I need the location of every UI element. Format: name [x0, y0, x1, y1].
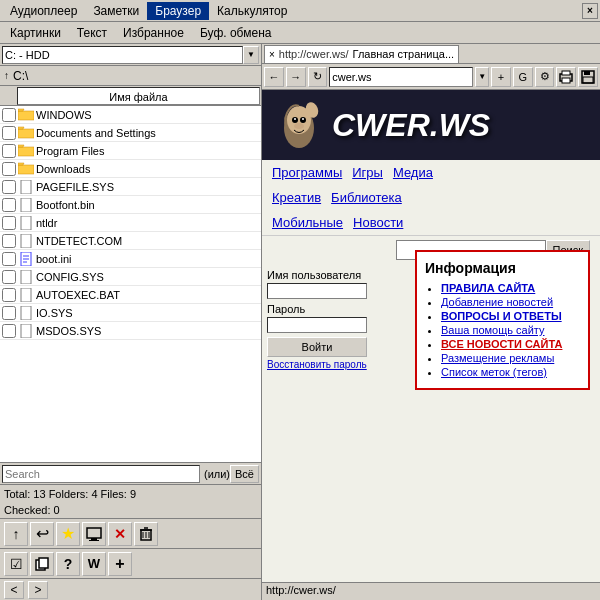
- list-item[interactable]: WINDOWS: [0, 106, 261, 124]
- menu-item-text[interactable]: Текст: [69, 24, 115, 42]
- close-button[interactable]: ×: [582, 3, 598, 19]
- password-input[interactable]: [267, 317, 367, 333]
- toolbar-trash-button[interactable]: [134, 522, 158, 546]
- cwer-logo-character: [272, 98, 327, 153]
- list-item[interactable]: MSDOS.SYS: [0, 322, 261, 340]
- menu-item-pictures[interactable]: Картинки: [2, 24, 69, 42]
- browser-forward-button[interactable]: →: [286, 67, 306, 87]
- toolbar-pc-button[interactable]: [82, 522, 106, 546]
- svg-rect-3: [21, 234, 31, 248]
- file-checkbox[interactable]: [2, 144, 16, 158]
- file-checkbox[interactable]: [2, 270, 16, 284]
- toolbar-add-button[interactable]: +: [108, 552, 132, 576]
- search-all-button[interactable]: Всё: [230, 465, 259, 483]
- file-name: Downloads: [36, 163, 259, 175]
- browser-save-button[interactable]: [578, 67, 598, 87]
- list-item[interactable]: NTDETECT.COM: [0, 232, 261, 250]
- list-item[interactable]: PAGEFILE.SYS: [0, 178, 261, 196]
- info-link-rules[interactable]: ПРАВИЛА САЙТА: [441, 282, 535, 294]
- file-checkbox[interactable]: [2, 252, 16, 266]
- file-checkbox[interactable]: [2, 216, 16, 230]
- cwer-nav-programs[interactable]: Программы: [272, 165, 342, 180]
- browser-tab[interactable]: × http://cwer.ws/ Главная страница...: [264, 45, 459, 63]
- browser-settings-button[interactable]: ⚙: [535, 67, 555, 87]
- list-item[interactable]: Bootfont.bin: [0, 196, 261, 214]
- file-checkbox[interactable]: [2, 324, 16, 338]
- list-item[interactable]: Program Files: [0, 142, 261, 160]
- toolbar-check-button[interactable]: ☑: [4, 552, 28, 576]
- login-button[interactable]: Войти: [267, 337, 367, 357]
- list-item[interactable]: boot.ini: [0, 250, 261, 268]
- path-up-icon: ↑: [4, 70, 9, 81]
- list-item[interactable]: Downloads: [0, 160, 261, 178]
- file-icon: [18, 252, 34, 266]
- info-link-qa[interactable]: ВОПРОСЫ И ОТВЕТЫ: [441, 310, 562, 322]
- file-icon: [18, 180, 34, 194]
- toolbar-star-button[interactable]: ★: [56, 522, 80, 546]
- file-checkbox[interactable]: [2, 162, 16, 176]
- browser-print-button[interactable]: [556, 67, 576, 87]
- file-checkbox[interactable]: [2, 108, 16, 122]
- toolbar-copy-button[interactable]: [30, 552, 54, 576]
- file-name: MSDOS.SYS: [36, 325, 259, 337]
- menu-item-notes[interactable]: Заметки: [85, 2, 147, 20]
- browser-back-button[interactable]: ←: [264, 67, 284, 87]
- tab-title: Главная страница...: [353, 48, 455, 60]
- nav-right-button[interactable]: >: [28, 581, 48, 599]
- menu-item-browser[interactable]: Браузер: [147, 2, 209, 20]
- svg-rect-28: [583, 77, 593, 83]
- address-input[interactable]: [329, 67, 473, 87]
- list-item[interactable]: IO.SYS: [0, 304, 261, 322]
- cwer-nav-library[interactable]: Библиотека: [331, 190, 402, 205]
- list-item[interactable]: Documents and Settings: [0, 124, 261, 142]
- browser-reload-button[interactable]: ↻: [308, 67, 328, 87]
- menu-item-clipboard[interactable]: Буф. обмена: [192, 24, 280, 42]
- drive-dropdown-arrow[interactable]: ▼: [243, 46, 259, 64]
- svg-point-37: [294, 123, 304, 129]
- file-name: IO.SYS: [36, 307, 259, 319]
- toolbar-help-button[interactable]: ?: [56, 552, 80, 576]
- list-item[interactable]: ntldr: [0, 214, 261, 232]
- toolbar-1: ↑ ↩ ★ ✕: [0, 518, 261, 548]
- menu-item-audioplayer[interactable]: Аудиоплеер: [2, 2, 85, 20]
- info-popup: Информация ПРАВИЛА САЙТА Добавление ново…: [415, 250, 590, 390]
- cwer-nav-media[interactable]: Медиа: [393, 165, 433, 180]
- menu-item-favorites[interactable]: Избранное: [115, 24, 192, 42]
- info-link-help-site[interactable]: Ваша помощь сайту: [441, 324, 544, 336]
- file-checkbox[interactable]: [2, 180, 16, 194]
- drive-dropdown[interactable]: C: - HDD: [2, 46, 243, 64]
- info-link-add-news[interactable]: Добавление новостей: [441, 296, 553, 308]
- browser-content: CWER.WS Программы Игры Медиа Креатив Биб…: [262, 90, 600, 582]
- address-dropdown-arrow[interactable]: ▼: [475, 67, 489, 87]
- menu-item-calculator[interactable]: Калькулятор: [209, 2, 295, 20]
- nav-left-button[interactable]: <: [4, 581, 24, 599]
- info-link-advertising[interactable]: Размещение рекламы: [441, 352, 554, 364]
- file-name: Documents and Settings: [36, 127, 259, 139]
- toolbar-delete-button[interactable]: ✕: [108, 522, 132, 546]
- list-item[interactable]: AUTOEXEC.BAT: [0, 286, 261, 304]
- file-checkbox[interactable]: [2, 126, 16, 140]
- browser-add-tab-button[interactable]: +: [491, 67, 511, 87]
- list-item[interactable]: CONFIG.SYS: [0, 268, 261, 286]
- restore-password-link[interactable]: Восстановить пароль: [267, 359, 367, 370]
- toolbar-up-button[interactable]: ↑: [4, 522, 28, 546]
- toolbar-undo-button[interactable]: ↩: [30, 522, 54, 546]
- file-list[interactable]: WINDOWSDocuments and SettingsProgram Fil…: [0, 106, 261, 462]
- info-link-all-news[interactable]: ВСЕ НОВОСТИ САЙТА: [441, 338, 562, 350]
- filename-column-header: Имя файла: [17, 87, 260, 105]
- cwer-nav-news[interactable]: Новости: [353, 215, 403, 230]
- file-checkbox[interactable]: [2, 306, 16, 320]
- file-checkbox[interactable]: [2, 198, 16, 212]
- cwer-nav-mobile[interactable]: Мобильные: [272, 215, 343, 230]
- file-checkbox[interactable]: [2, 288, 16, 302]
- browser-go-button[interactable]: G: [513, 67, 533, 87]
- info-link-tags[interactable]: Список меток (тегов): [441, 366, 547, 378]
- file-checkbox[interactable]: [2, 234, 16, 248]
- cwer-nav-creative[interactable]: Креатив: [272, 190, 321, 205]
- search-input[interactable]: [2, 465, 200, 483]
- cwer-nav-games[interactable]: Игры: [352, 165, 383, 180]
- tab-close-button[interactable]: ×: [269, 49, 275, 60]
- path-bar: ↑ C:\: [0, 66, 261, 86]
- username-input[interactable]: [267, 283, 367, 299]
- toolbar-w-button[interactable]: W: [82, 552, 106, 576]
